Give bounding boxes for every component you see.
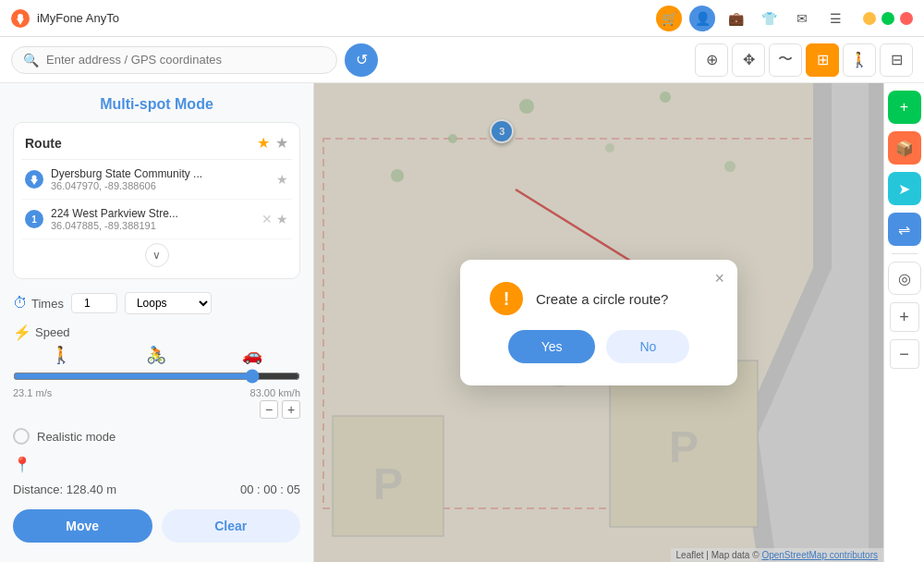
zoom-in-btn[interactable]: + <box>890 302 919 332</box>
svg-marker-1 <box>17 18 24 25</box>
distance-text: Distance: 128.40 m <box>13 483 116 496</box>
realistic-toggle[interactable] <box>13 428 30 445</box>
route-item-actions-0: ★ <box>276 172 288 187</box>
star-icon-1[interactable]: ★ <box>257 134 270 152</box>
walk-icon[interactable]: 🚶 <box>51 345 71 365</box>
route-label: Route <box>25 136 62 151</box>
search-icon: 🔍 <box>23 53 39 67</box>
speed-row: ⚡ Speed 🚶 🚴 🚗 23.1 m/s 83.00 km/h − + <box>0 320 313 422</box>
bike-icon[interactable]: 🚴 <box>146 345 166 365</box>
route-dot-start <box>25 170 43 189</box>
route-info-1: 224 West Parkview Stre... 36.047885, -89… <box>51 207 254 231</box>
speed-values: 23.1 m/s 83.00 km/h <box>13 387 300 398</box>
person-tool-btn[interactable]: 🚶 <box>843 43 876 77</box>
modal-dialog: × ! Create a circle route? Yes No <box>460 260 737 385</box>
loops-select[interactable]: Loops Round trip <box>125 292 212 314</box>
route-item-1: 1 224 West Parkview Stre... 36.047885, -… <box>21 200 292 239</box>
grid-tool-btn[interactable]: ⊟ <box>880 43 913 77</box>
search-input[interactable] <box>46 53 325 67</box>
modal-yes-button[interactable]: Yes <box>508 330 596 363</box>
menu-icon-btn[interactable]: ☰ <box>822 6 848 31</box>
speed-increase-btn[interactable]: + <box>282 400 300 419</box>
bag-icon-btn[interactable]: 💼 <box>723 6 748 31</box>
star-icon-2[interactable]: ★ <box>275 134 288 152</box>
sidebar-plus-btn[interactable]: + <box>888 91 921 124</box>
route-name-0: Dyersburg State Community ... <box>51 167 269 180</box>
realistic-row: Realistic mode <box>0 422 313 450</box>
title-actions: 🛒 👤 💼 👕 ✉ ☰ <box>656 6 913 31</box>
route-item-delete-1[interactable]: ✕ <box>261 212 273 226</box>
speed-max: 83.00 km/h <box>250 387 300 398</box>
mail-icon-btn[interactable]: ✉ <box>789 6 815 31</box>
svg-point-2 <box>32 176 37 180</box>
map-tools: ⊕ ✥ 〜 ⊞ 🚶 ⊟ <box>695 43 913 77</box>
modal-no-button[interactable]: No <box>606 330 689 363</box>
route-header: Route ★ ★ <box>21 130 292 160</box>
distance-row: Distance: 128.40 m 00 : 00 : 05 <box>0 479 313 500</box>
realistic-label: Realistic mode <box>37 430 116 444</box>
time-text: 00 : 00 : 05 <box>240 483 300 496</box>
route-dot-1: 1 <box>25 210 43 228</box>
app-icon <box>11 9 30 28</box>
car-icon[interactable]: 🚗 <box>242 345 262 365</box>
route-item-0: Dyersburg State Community ... 36.047970,… <box>21 160 292 200</box>
titlebar: iMyFone AnyTo 🛒 👤 💼 👕 ✉ ☰ <box>0 0 924 37</box>
speed-slider[interactable] <box>13 369 300 384</box>
route-header-icons: ★ ★ <box>257 134 288 152</box>
clear-button[interactable]: Clear <box>162 509 301 543</box>
mode-title: Multi-spot Mode <box>0 83 313 122</box>
modal-overlay: × ! Create a circle route? Yes No <box>314 83 883 562</box>
left-panel: Multi-spot Mode Route ★ ★ Dyersburg Stat… <box>0 83 314 562</box>
modal-icon-row: ! Create a circle route? <box>490 282 708 315</box>
app-title: iMyFone AnyTo <box>37 11 656 25</box>
modal-buttons: Yes No <box>490 330 708 363</box>
expand-btn: ∨ <box>21 239 292 271</box>
route-coords-1: 36.047885, -89.388191 <box>51 220 254 231</box>
speed-icons: 🚶 🚴 🚗 <box>13 345 300 365</box>
location-dot-icon: 📍 <box>13 457 31 472</box>
modal-close-button[interactable]: × <box>714 269 724 288</box>
route-item-actions-1: ✕ ★ <box>261 212 288 226</box>
searchbar: 🔍 ↺ ⊕ ✥ 〜 ⊞ 🚶 ⊟ <box>0 37 924 83</box>
expand-circle[interactable]: ∨ <box>145 243 169 267</box>
maximize-button[interactable] <box>881 12 894 25</box>
route-coords-0: 36.047970, -89.388606 <box>51 180 269 191</box>
sidebar-location-btn[interactable]: ◎ <box>888 262 921 295</box>
sidebar-send-btn[interactable]: ➤ <box>888 172 921 205</box>
location-dot-row: 📍 <box>0 450 313 479</box>
sidebar-package-btn[interactable]: 📦 <box>888 131 921 165</box>
speed-min: 23.1 m/s <box>13 387 52 398</box>
times-label: ⏱ Times <box>13 295 64 312</box>
close-button[interactable] <box>900 12 913 25</box>
refresh-button[interactable]: ↺ <box>345 43 378 77</box>
modal-message: Create a circle route? <box>536 291 668 307</box>
user-icon-btn[interactable]: 👤 <box>689 6 715 31</box>
gps-tool-btn[interactable]: ⊕ <box>695 43 728 77</box>
route-container: Route ★ ★ Dyersburg State Community ... … <box>13 122 300 279</box>
move-button[interactable]: Move <box>13 509 152 543</box>
route-tool-btn[interactable]: 〜 <box>769 43 802 77</box>
speed-decrease-btn[interactable]: − <box>260 400 278 419</box>
modal-warning-icon: ! <box>490 282 523 315</box>
shirt-icon-btn[interactable]: 👕 <box>756 6 782 31</box>
move-tool-btn[interactable]: ✥ <box>732 43 765 77</box>
svg-marker-3 <box>30 179 38 185</box>
settings-row: ⏱ Times Loops Round trip <box>0 287 313 320</box>
route-name-1: 224 West Parkview Stre... <box>51 207 254 220</box>
speed-controls: − + <box>13 400 300 419</box>
main-content: Multi-spot Mode Route ★ ★ Dyersburg Stat… <box>0 83 924 562</box>
modal-content: ! Create a circle route? Yes No <box>490 282 708 363</box>
search-box[interactable]: 🔍 <box>11 46 337 74</box>
times-input[interactable] <box>71 293 117 313</box>
map-area[interactable]: P P 3 2 1 Leaflet | Map data © OpenStree… <box>314 83 883 562</box>
sidebar-toggle-btn[interactable]: ⇌ <box>888 213 921 246</box>
bottom-buttons: Move Clear <box>0 500 313 552</box>
zoom-out-btn[interactable]: − <box>890 339 919 369</box>
minimize-button[interactable] <box>863 12 876 25</box>
route-item-star-1[interactable]: ★ <box>276 212 288 226</box>
multispot-tool-btn[interactable]: ⊞ <box>806 43 839 77</box>
sidebar-divider <box>892 253 918 254</box>
right-sidebar: + 📦 ➤ ⇌ ◎ + − <box>883 83 924 562</box>
cart-icon-btn[interactable]: 🛒 <box>656 6 682 31</box>
route-item-star-0[interactable]: ★ <box>276 172 288 187</box>
